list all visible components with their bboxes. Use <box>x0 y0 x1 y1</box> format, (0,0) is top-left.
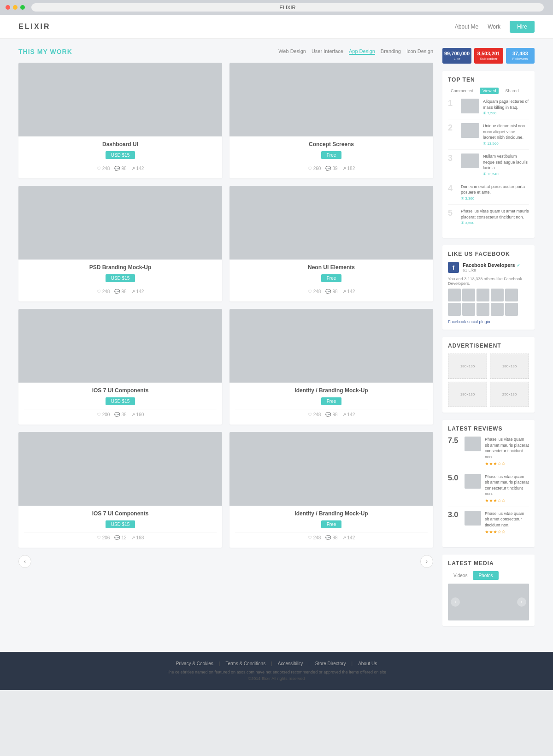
review-text: Phasellus vitae quam sit amet mauris pla… <box>485 437 529 460</box>
stat-likes: ♡ 248 <box>97 289 110 294</box>
card-price[interactable]: USD $15 <box>106 520 135 528</box>
card-price[interactable]: USD $15 <box>106 151 135 159</box>
media-videos-tab[interactable]: Videos <box>448 571 473 580</box>
review-thumb <box>465 474 481 489</box>
ad-grid: 180×135 180×135 180×135 250×135 <box>448 354 529 407</box>
card-title: Neon UI Elements <box>235 264 428 271</box>
card-body: Identity / Branding Mock-Up Free ♡ 248 💬… <box>229 506 433 548</box>
footer-store[interactable]: Store Directory <box>315 661 346 666</box>
card-price[interactable]: USD $15 <box>106 397 135 405</box>
stat-comments: 💬 12 <box>114 535 126 540</box>
next-page-button[interactable]: › <box>420 555 433 568</box>
card-image <box>229 186 433 260</box>
card-price[interactable]: Free <box>321 274 342 282</box>
footer-about[interactable]: About Us <box>358 661 377 666</box>
section-title: THIS MY WORK <box>18 48 72 55</box>
card-stats: ♡ 248 💬 98 ↗ 142 <box>235 532 428 543</box>
filter-web-design[interactable]: Web Design <box>278 48 306 55</box>
stat-shares: ↗ 182 <box>342 166 355 171</box>
review-thumb <box>465 437 481 451</box>
top-item: 2 Unique dictum nisl non nunc aliquet vi… <box>448 123 529 150</box>
fb-footer[interactable]: Facebook social plugin <box>448 319 529 324</box>
card-title: iOS 7 UI Components <box>24 387 217 394</box>
prev-page-button[interactable]: ‹ <box>18 555 31 568</box>
top-text: Unique dictum nisl non nunc aliquet vita… <box>483 123 529 141</box>
ad-slot-4[interactable]: 250×135 <box>490 382 529 407</box>
footer-privacy[interactable]: Privacy & Cookies <box>176 661 213 666</box>
card-price[interactable]: USD $15 <box>106 274 135 282</box>
youtube-stat[interactable]: 8,503,201 Subscriber <box>474 48 503 64</box>
card-stats: ♡ 248 💬 98 ↗ 142 <box>235 286 428 297</box>
navbar-links: About Me Work Hire <box>455 21 535 33</box>
card-price[interactable]: Free <box>321 520 342 528</box>
stat-likes: ♡ 248 <box>308 535 321 540</box>
twitter-stat[interactable]: 37,483 Followers <box>506 48 535 64</box>
media-tabs: Videos Photos <box>448 571 529 580</box>
stat-likes: ♡ 248 <box>308 412 321 417</box>
fb-meta-text: You and 3,113,338 others like Facebook D… <box>448 277 529 286</box>
facebook-stat[interactable]: 99,700,000 Like <box>442 48 471 64</box>
top-text: Donec in erat at purus auctor porta posu… <box>461 184 529 195</box>
card-stats: ♡ 200 💬 38 ↗ 160 <box>24 409 217 420</box>
ad-slot-2[interactable]: 180×135 <box>490 354 529 379</box>
fb-avatar <box>462 289 475 301</box>
ad-slot-3[interactable]: 180×135 <box>448 382 487 407</box>
portfolio-card: Identity / Branding Mock-Up Free ♡ 248 💬… <box>229 309 433 425</box>
card-stats: ♡ 248 💬 98 ↗ 142 <box>24 286 217 297</box>
top-commented-tab[interactable]: Commented <box>448 88 476 94</box>
navbar-hire-button[interactable]: Hire <box>510 21 535 33</box>
slider-next-button[interactable]: › <box>517 597 526 607</box>
footer-accessibility[interactable]: Accessibility <box>278 661 303 666</box>
stat-shares: ↗ 160 <box>131 412 144 417</box>
review-stars: ★★★☆☆ <box>485 461 529 466</box>
slider-prev-button[interactable]: ‹ <box>451 597 460 607</box>
card-price[interactable]: Free <box>321 151 342 159</box>
facebook-label: Like <box>453 57 460 61</box>
portfolio-card: Identity / Branding Mock-Up Free ♡ 248 💬… <box>229 432 433 548</box>
youtube-label: Subscriber <box>480 57 497 61</box>
navbar: ELIXIR About Me Work Hire <box>0 15 553 39</box>
media-photos-tab[interactable]: Photos <box>473 571 498 580</box>
filter-icon-design[interactable]: Icon Design <box>406 48 433 55</box>
card-image <box>18 309 222 383</box>
card-title: iOS 7 UI Components <box>24 510 217 517</box>
top-num: 3 <box>448 154 457 176</box>
filter-branding[interactable]: Branding <box>381 48 401 55</box>
card-price[interactable]: Free <box>321 397 342 405</box>
browser-close-dot <box>6 5 10 10</box>
fb-page-name: Facebook Developers ✓ <box>463 262 520 268</box>
address-bar[interactable]: ELIXIR <box>31 3 544 12</box>
site-footer: Privacy & Cookies | Terms & Conditions |… <box>0 652 553 690</box>
card-stats: ♡ 206 💬 12 ↗ 168 <box>24 532 217 543</box>
card-image <box>18 63 222 136</box>
footer-terms[interactable]: Terms & Conditions <box>225 661 265 666</box>
navbar-work[interactable]: Work <box>488 24 500 30</box>
stat-shares: ↗ 142 <box>342 412 355 417</box>
top-thumb <box>461 123 479 138</box>
filter-user-interface[interactable]: User Interface <box>312 48 343 55</box>
card-title: Concept Screens <box>235 141 428 148</box>
top-count: ① 13,560 <box>483 142 529 146</box>
facebook-count: 99,700,000 <box>444 51 470 56</box>
portfolio-card: Dashboard UI USD $15 ♡ 248 💬 98 ↗ 142 <box>18 63 222 178</box>
card-title: Identity / Branding Mock-Up <box>235 387 428 394</box>
reviews-title: LATEST REVIEWS <box>448 425 529 432</box>
review-text: Phasellus vitae quam sit amet mauris pla… <box>485 474 529 497</box>
top-viewed-tab[interactable]: Viewed <box>480 88 499 94</box>
content-area: THIS MY WORK Web Design User Interface A… <box>18 48 433 633</box>
card-body: iOS 7 UI Components USD $15 ♡ 200 💬 38 ↗… <box>18 383 222 425</box>
advertisement-widget: ADVERTISEMENT 180×135 180×135 180×135 25… <box>442 337 535 413</box>
ad-slot-1[interactable]: 180×135 <box>448 354 487 379</box>
top-text: Aliquam paga lectures of mass killing in… <box>483 99 529 110</box>
top-num: 4 <box>448 184 457 201</box>
review-stars: ★★★☆☆ <box>485 529 529 534</box>
card-image <box>229 309 433 383</box>
card-body: Concept Screens Free ♡ 260 💬 39 ↗ 182 <box>229 136 433 178</box>
top-thumb <box>461 99 479 113</box>
filter-app-design[interactable]: App Design <box>349 48 375 55</box>
top-shared-tab[interactable]: Shared <box>502 88 521 94</box>
navbar-about[interactable]: About Me <box>455 24 478 30</box>
top-num: 5 <box>448 208 457 225</box>
stat-likes: ♡ 260 <box>308 166 321 171</box>
footer-disclaimer: The celebrities named on featured on aso… <box>9 670 544 674</box>
